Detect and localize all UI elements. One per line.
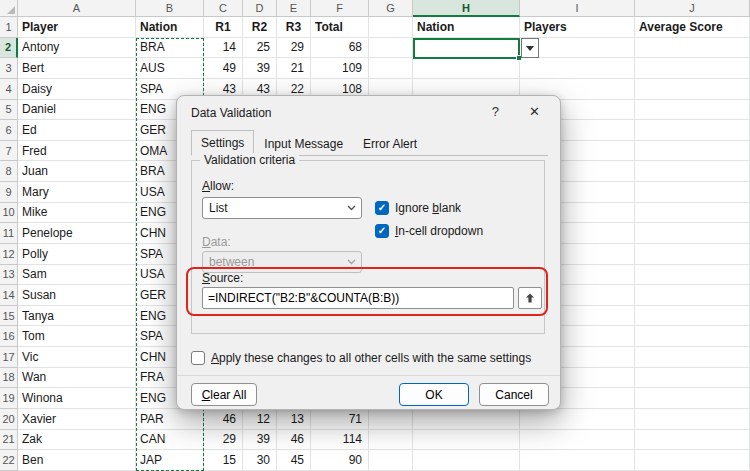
cell-C2[interactable]: 14	[204, 38, 243, 59]
allow-dropdown[interactable]: List	[202, 197, 362, 219]
cell-I1[interactable]: Players	[520, 17, 635, 38]
in-cell-dropdown-checkbox[interactable]: In-cell dropdown	[375, 224, 483, 238]
cell-A8[interactable]: Juan	[18, 161, 136, 182]
cell-D1[interactable]: R2	[243, 17, 277, 38]
cell-J18[interactable]	[635, 368, 750, 389]
cell-F21[interactable]: 114	[311, 430, 369, 451]
cell-C1[interactable]: R1	[204, 17, 243, 38]
cell-J8[interactable]	[635, 161, 750, 182]
cell-F1[interactable]: Total	[311, 17, 369, 38]
row-header-11[interactable]: 11	[0, 223, 18, 244]
cell-G3[interactable]	[369, 58, 413, 79]
cell-J10[interactable]	[635, 203, 750, 224]
cell-E2[interactable]: 29	[277, 38, 311, 59]
cell-E22[interactable]: 45	[277, 450, 311, 471]
cell-D3[interactable]: 39	[243, 58, 277, 79]
cell-G2[interactable]	[369, 38, 413, 59]
cell-E21[interactable]: 46	[277, 430, 311, 451]
cell-B3[interactable]: AUS	[136, 58, 204, 79]
row-header-19[interactable]: 19	[0, 388, 18, 409]
cell-J20[interactable]	[635, 409, 750, 430]
cell-E1[interactable]: R3	[277, 17, 311, 38]
cell-J14[interactable]	[635, 285, 750, 306]
cell-A17[interactable]: Vic	[18, 347, 136, 368]
cell-J1[interactable]: Average Score	[635, 17, 750, 38]
cell-E3[interactable]: 21	[277, 58, 311, 79]
cell-I3[interactable]	[520, 58, 635, 79]
cell-A22[interactable]: Ben	[18, 450, 136, 471]
cell-J13[interactable]	[635, 265, 750, 286]
cell-G20[interactable]	[369, 409, 413, 430]
cell-B1[interactable]: Nation	[136, 17, 204, 38]
cell-J21[interactable]	[635, 430, 750, 451]
close-icon[interactable]: ✕	[523, 102, 546, 121]
cell-H22[interactable]	[413, 450, 520, 471]
cell-A16[interactable]: Tom	[18, 326, 136, 347]
row-header-9[interactable]: 9	[0, 182, 18, 203]
cell-A3[interactable]: Bert	[18, 58, 136, 79]
row-header-17[interactable]: 17	[0, 347, 18, 368]
cell-H1[interactable]: Nation	[413, 17, 520, 38]
cell-I22[interactable]	[520, 450, 635, 471]
cell-A5[interactable]: Daniel	[18, 100, 136, 121]
cell-J2[interactable]	[635, 38, 750, 59]
row-header-3[interactable]: 3	[0, 58, 18, 79]
column-header-A[interactable]: A	[18, 0, 136, 17]
cell-A13[interactable]: Sam	[18, 265, 136, 286]
column-header-E[interactable]: E	[277, 0, 311, 17]
apply-changes-checkbox[interactable]: Apply these changes to all other cells w…	[191, 351, 531, 365]
cell-A1[interactable]: Player	[18, 17, 136, 38]
cell-A12[interactable]: Polly	[18, 244, 136, 265]
cell-H20[interactable]	[413, 409, 520, 430]
column-header-B[interactable]: B	[136, 0, 204, 17]
cell-J22[interactable]	[635, 450, 750, 471]
cell-A20[interactable]: Xavier	[18, 409, 136, 430]
row-header-20[interactable]: 20	[0, 409, 18, 430]
cell-J5[interactable]	[635, 100, 750, 121]
cell-I21[interactable]	[520, 430, 635, 451]
dialog-titlebar[interactable]: Data Validation ? ✕	[177, 96, 560, 130]
cell-J15[interactable]	[635, 306, 750, 327]
cell-A9[interactable]: Mary	[18, 182, 136, 203]
ok-button[interactable]: OK	[399, 383, 469, 406]
row-header-5[interactable]: 5	[0, 100, 18, 121]
cell-F20[interactable]: 71	[311, 409, 369, 430]
row-header-13[interactable]: 13	[0, 265, 18, 286]
select-all-corner[interactable]	[0, 0, 18, 17]
row-header-21[interactable]: 21	[0, 430, 18, 451]
cell-A10[interactable]: Mike	[18, 203, 136, 224]
row-header-18[interactable]: 18	[0, 368, 18, 389]
cell-B2[interactable]: BRA	[136, 38, 204, 59]
cell-B22[interactable]: JAP	[136, 450, 204, 471]
cell-J16[interactable]	[635, 326, 750, 347]
column-header-G[interactable]: G	[369, 0, 413, 17]
cell-H21[interactable]	[413, 430, 520, 451]
cell-C21[interactable]: 29	[204, 430, 243, 451]
cell-J17[interactable]	[635, 347, 750, 368]
cell-J3[interactable]	[635, 58, 750, 79]
cell-C3[interactable]: 49	[204, 58, 243, 79]
cell-J19[interactable]	[635, 388, 750, 409]
cell-A4[interactable]: Daisy	[18, 79, 136, 100]
selected-cell-H2[interactable]	[413, 38, 520, 59]
cell-G21[interactable]	[369, 430, 413, 451]
ignore-blank-checkbox[interactable]: Ignore blank	[375, 201, 461, 215]
row-header-1[interactable]: 1	[0, 17, 18, 38]
in-cell-dropdown-button[interactable]	[521, 38, 539, 58]
row-header-2[interactable]: 2	[0, 38, 18, 59]
row-header-15[interactable]: 15	[0, 306, 18, 327]
collapse-dialog-button[interactable]	[518, 287, 542, 309]
row-header-8[interactable]: 8	[0, 161, 18, 182]
column-header-H[interactable]: H	[413, 0, 520, 17]
cell-E20[interactable]: 13	[277, 409, 311, 430]
cell-I20[interactable]	[520, 409, 635, 430]
column-header-C[interactable]: C	[204, 0, 243, 17]
cell-D21[interactable]: 39	[243, 430, 277, 451]
row-header-4[interactable]: 4	[0, 79, 18, 100]
row-header-22[interactable]: 22	[0, 450, 18, 471]
cell-F22[interactable]: 90	[311, 450, 369, 471]
cell-J11[interactable]	[635, 223, 750, 244]
cell-G1[interactable]	[369, 17, 413, 38]
cell-D22[interactable]: 30	[243, 450, 277, 471]
cell-A7[interactable]: Fred	[18, 141, 136, 162]
